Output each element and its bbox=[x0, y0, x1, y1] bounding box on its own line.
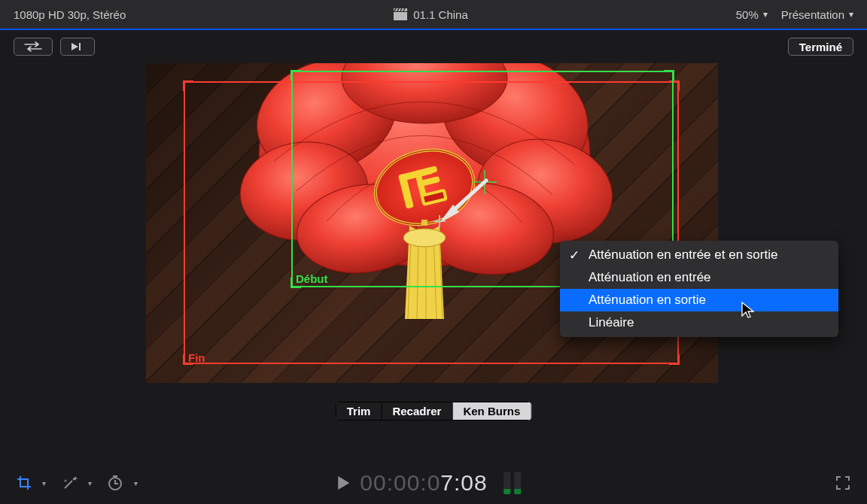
presentation-menu[interactable]: Présentation ▾ bbox=[781, 8, 853, 21]
enhance-tool-button[interactable] bbox=[56, 472, 84, 494]
ctx-item-ease-in-out[interactable]: ✓ Atténuation en entrée et en sortie bbox=[560, 244, 838, 266]
start-handle-tl[interactable] bbox=[291, 70, 301, 80]
chevron-down-icon[interactable]: ▾ bbox=[42, 479, 46, 487]
end-handle-tl[interactable] bbox=[183, 80, 193, 91]
mouse-cursor-icon bbox=[741, 301, 756, 322]
project-title-area: 01.1 China bbox=[126, 8, 735, 21]
chevron-down-icon: ▾ bbox=[849, 9, 853, 20]
zoom-menu[interactable]: 50% ▾ bbox=[736, 8, 768, 21]
tab-ken-burns[interactable]: Ken Burns bbox=[452, 402, 531, 421]
timecode-lit: 7:08 bbox=[440, 470, 487, 495]
ctx-item-ease-in[interactable]: Atténuation en entrée bbox=[560, 266, 838, 289]
timecode-display[interactable]: 00:00:07:08 bbox=[360, 470, 487, 496]
tab-crop[interactable]: Recadrer bbox=[382, 402, 452, 421]
kenburns-end-label: Fin bbox=[188, 351, 205, 364]
clip-format: 1080p HD 30p, Stéréo bbox=[14, 8, 126, 21]
play-to-end-icon bbox=[68, 41, 87, 52]
crop-tool-button[interactable] bbox=[11, 472, 38, 494]
presentation-label: Présentation bbox=[781, 8, 844, 21]
svg-marker-6 bbox=[71, 43, 78, 50]
ctx-item-label: Atténuation en sortie bbox=[589, 293, 706, 308]
chevron-down-icon: ▾ bbox=[763, 9, 768, 20]
viewer-area: Fin Début bbox=[0, 63, 867, 462]
ctx-item-label: Linéaire bbox=[589, 315, 634, 330]
transport-bar: ▾ ▾ ▾ 00:00:07:08 bbox=[0, 462, 867, 504]
svg-rect-0 bbox=[394, 12, 407, 20]
clapperboard-icon bbox=[394, 8, 407, 20]
swap-arrows-icon bbox=[22, 41, 44, 52]
ctx-item-label: Atténuation en entrée et en sortie bbox=[589, 247, 777, 263]
app-root: 1080p HD 30p, Stéréo 01.1 China 50% ▾ Pr… bbox=[0, 0, 867, 504]
ctx-item-linear[interactable]: Linéaire bbox=[560, 311, 838, 334]
retime-tool-button[interactable] bbox=[102, 472, 129, 494]
toolbar: Terminé bbox=[0, 30, 867, 63]
easing-context-menu[interactable]: ✓ Atténuation en entrée et en sortie Att… bbox=[560, 241, 838, 337]
swap-start-end-button[interactable] bbox=[14, 38, 53, 56]
chevron-down-icon[interactable]: ▾ bbox=[88, 479, 92, 487]
start-handle-tr[interactable] bbox=[664, 70, 674, 80]
svg-marker-40 bbox=[338, 476, 349, 490]
preview-play-button[interactable] bbox=[60, 38, 95, 56]
project-name: 01.1 China bbox=[413, 8, 468, 21]
viewer-title-bar: 1080p HD 30p, Stéréo 01.1 China 50% ▾ Pr… bbox=[0, 0, 867, 30]
play-button[interactable] bbox=[336, 475, 351, 491]
svg-rect-7 bbox=[79, 43, 81, 50]
tab-trim[interactable]: Trim bbox=[336, 402, 382, 421]
kenburns-direction-arrow bbox=[417, 175, 507, 235]
end-handle-br[interactable] bbox=[669, 354, 680, 365]
ctx-item-ease-out[interactable]: Atténuation en sortie bbox=[560, 289, 838, 311]
kenburns-start-label: Début bbox=[296, 272, 328, 285]
ctx-item-label: Atténuation en entrée bbox=[589, 270, 711, 285]
audio-meter bbox=[504, 472, 531, 494]
checkmark-icon: ✓ bbox=[569, 247, 583, 263]
fullscreen-button[interactable] bbox=[829, 472, 856, 494]
zoom-value: 50% bbox=[736, 8, 759, 21]
done-button[interactable]: Terminé bbox=[788, 38, 853, 56]
crop-mode-segmented-control[interactable]: Trim Recadrer Ken Burns bbox=[336, 402, 532, 421]
chevron-down-icon[interactable]: ▾ bbox=[134, 479, 138, 487]
timecode-dim: 00:00:0 bbox=[360, 470, 440, 495]
